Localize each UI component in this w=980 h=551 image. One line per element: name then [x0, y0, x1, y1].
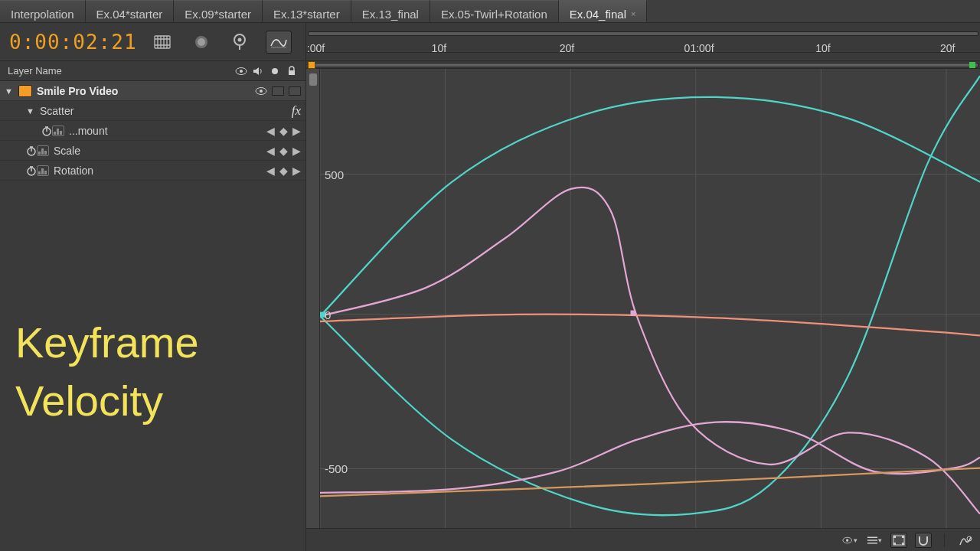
tab-label: Interpolation [11, 8, 74, 21]
work-area-end[interactable] [969, 62, 975, 68]
ruler-tick: 10f [432, 42, 446, 54]
fit-graph-icon[interactable] [957, 533, 974, 548]
eye-icon[interactable] [255, 85, 267, 97]
keyframe-handle[interactable] [631, 311, 636, 316]
video-layer-icon [18, 85, 32, 97]
tab-ex04final[interactable]: Ex.04_final× [559, 0, 648, 22]
pin-icon[interactable] [227, 30, 252, 54]
property-row-amount[interactable]: ...mount ◀ ◆ ▶ [0, 121, 305, 141]
tab-ex13final[interactable]: Ex.13_final [351, 0, 430, 22]
switch-box[interactable] [272, 86, 284, 96]
lock-icon[interactable] [286, 65, 298, 77]
add-keyframe-icon[interactable]: ◆ [279, 145, 288, 157]
tab-ex04starter[interactable]: Ex.04*starter [86, 0, 175, 22]
layer-columns-header: Layer Name [0, 61, 305, 81]
solo-dot-icon[interactable] [269, 65, 281, 77]
show-transform-box-icon[interactable] [890, 533, 907, 548]
graph-editor[interactable]: 500 0 -500 [320, 69, 980, 528]
overlay-line1: Keyframe [15, 314, 199, 372]
graph-type-icon[interactable] [52, 126, 64, 136]
curve-pink-lower[interactable] [320, 422, 980, 493]
effect-name: Scatter [40, 105, 74, 117]
prev-keyframe-icon[interactable]: ◀ [266, 165, 275, 177]
next-keyframe-icon[interactable]: ▶ [292, 165, 301, 177]
svg-point-7 [272, 68, 278, 74]
close-icon[interactable]: × [631, 9, 635, 18]
current-time-indicator[interactable] [308, 61, 315, 69]
svg-rect-28 [893, 543, 896, 545]
property-row-rotation[interactable]: Rotation ◀ ◆ ▶ [0, 161, 305, 181]
stopwatch-icon[interactable] [26, 165, 37, 176]
tab-ex13starter[interactable]: Ex.13*starter [263, 0, 351, 22]
ruler-tick: 10f [815, 42, 830, 54]
graph-editor-toggle[interactable] [266, 31, 292, 54]
next-keyframe-icon[interactable]: ▶ [292, 125, 301, 137]
ruler-band[interactable] [308, 31, 978, 36]
curve-orange[interactable] [320, 468, 980, 497]
property-label: Scale [54, 145, 80, 157]
vertical-scrollbar[interactable] [306, 69, 320, 528]
tab-label: Ex.09*starter [185, 8, 251, 21]
effect-row[interactable]: ▼ Scatter fx [0, 101, 305, 121]
tab-ex09starter[interactable]: Ex.09*starter [174, 0, 263, 22]
tab-label: Ex.13*starter [273, 8, 340, 21]
add-keyframe-icon[interactable]: ◆ [279, 125, 288, 137]
snap-icon[interactable] [915, 533, 932, 548]
work-area-bar[interactable] [306, 61, 980, 69]
next-keyframe-icon[interactable]: ▶ [292, 145, 301, 157]
y-axis-label: -500 [325, 462, 348, 475]
svg-rect-0 [155, 36, 170, 48]
curve-teal-lower[interactable] [320, 76, 980, 515]
svg-rect-26 [893, 536, 896, 538]
graph-type-icon[interactable] [37, 145, 49, 156]
filmstrip-icon[interactable] [151, 30, 175, 54]
curve-teal-upper[interactable] [320, 97, 980, 316]
keyframe-navigator: ◀ ◆ ▶ [266, 145, 301, 157]
svg-point-2 [198, 38, 205, 46]
stopwatch-icon[interactable] [41, 126, 52, 136]
time-ruler[interactable]: :00f 10f 20f 01:00f 10f 20f [306, 31, 980, 53]
layer-row[interactable]: ▼ Smile Pro Video [0, 81, 305, 101]
twirl-down-icon[interactable]: ▼ [5, 86, 15, 96]
twirl-down-icon[interactable]: ▼ [26, 106, 37, 116]
svg-rect-29 [902, 543, 904, 545]
ruler-tick: 20f [560, 42, 574, 54]
tab-interpolation[interactable]: Interpolation [0, 0, 86, 22]
speaker-icon[interactable] [252, 65, 264, 77]
time-ruler-wrap: :00f 10f 20f 01:00f 10f 20f [306, 23, 980, 61]
ruler-tick: :00f [307, 42, 325, 54]
svg-point-24 [846, 539, 848, 541]
graph-options-icon[interactable]: ▾ [866, 533, 883, 548]
svg-rect-8 [289, 70, 295, 75]
curve-salmon[interactable] [320, 315, 980, 336]
column-header-label: Layer Name [8, 65, 62, 77]
scroll-thumb[interactable] [309, 73, 317, 86]
property-label: ...mount [69, 125, 108, 137]
eye-menu-icon[interactable]: ▾ [841, 533, 858, 548]
switch-box[interactable] [289, 86, 301, 96]
blur-icon[interactable] [189, 30, 214, 54]
tab-ex05twirl[interactable]: Ex.05-Twirl+Rotation [430, 0, 559, 22]
fx-badge[interactable]: fx [292, 103, 301, 119]
prev-keyframe-icon[interactable]: ◀ [266, 145, 275, 157]
property-label: Rotation [54, 165, 93, 177]
tab-label: Ex.04_final [570, 8, 626, 21]
tab-label: Ex.04*starter [96, 8, 163, 21]
tab-label: Ex.05-Twirl+Rotation [441, 8, 547, 21]
curve-pink-upper[interactable] [320, 187, 980, 514]
y-axis-label: 0 [325, 308, 331, 321]
property-row-scale[interactable]: Scale ◀ ◆ ▶ [0, 141, 305, 161]
svg-point-10 [260, 90, 263, 93]
overlay-caption: Keyframe Velocity [15, 314, 199, 429]
current-timecode[interactable]: 0:00:02:21 [9, 31, 137, 54]
y-axis-label: 500 [325, 168, 344, 181]
graph-type-icon[interactable] [37, 165, 49, 176]
keyframe-navigator: ◀ ◆ ▶ [266, 165, 301, 177]
add-keyframe-icon[interactable]: ◆ [279, 165, 288, 177]
timeline-toolbar: 0:00:02:21 [0, 23, 305, 61]
prev-keyframe-icon[interactable]: ◀ [266, 125, 275, 137]
svg-point-6 [240, 70, 243, 73]
stopwatch-icon[interactable] [26, 145, 37, 156]
eye-icon[interactable] [235, 65, 247, 77]
svg-rect-27 [902, 536, 904, 538]
